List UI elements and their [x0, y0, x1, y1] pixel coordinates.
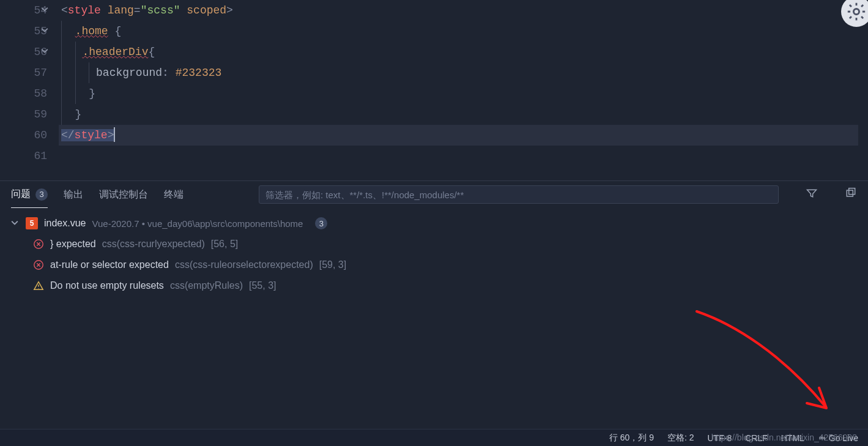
problem-location: [59, 3]	[319, 259, 346, 270]
code-editor[interactable]: 5455565758596061 <style lang="scss" scop…	[0, 0, 868, 180]
html-file-icon: 5	[26, 217, 38, 229]
problems-count-badge: 3	[35, 188, 48, 201]
code-line[interactable]: .headerDiv{	[61, 42, 856, 62]
problem-message: } expected	[50, 239, 96, 250]
svg-point-0	[853, 9, 859, 14]
problem-code: css(emptyRules)	[170, 280, 243, 291]
line-number: 59	[0, 104, 47, 125]
file-issue-count: 3	[315, 217, 327, 229]
tab-output-label: 输出	[64, 188, 83, 201]
fold-chevron-icon[interactable]	[41, 42, 48, 62]
code-line[interactable]: </style>	[61, 125, 856, 146]
svg-rect-2	[849, 188, 855, 195]
svg-point-5	[821, 437, 823, 439]
problems-filter[interactable]	[259, 185, 779, 204]
bottom-panel: 问题 3 输出 调试控制台 终端 5 index.vue Vue-2020	[0, 180, 868, 429]
code-line[interactable]: }	[61, 104, 856, 125]
collapse-all-icon[interactable]	[845, 187, 857, 202]
line-number: 61	[0, 146, 47, 166]
panel-tabs: 问题 3 输出 调试控制台 终端	[0, 181, 868, 208]
line-number: 56	[0, 42, 47, 62]
tab-debug-label: 调试控制台	[99, 188, 148, 201]
line-number: 58	[0, 83, 47, 104]
status-cursor-position[interactable]: 行 60，列 9	[609, 433, 654, 444]
problems-file-row[interactable]: 5 index.vue Vue-2020.7 • vue_day06\app\s…	[11, 213, 857, 234]
code-line[interactable]: .home {	[61, 21, 856, 42]
status-indentation[interactable]: 空格: 2	[667, 433, 694, 444]
problem-location: [55, 3]	[249, 280, 276, 291]
line-number-gutter: 5455565758596061	[0, 0, 58, 166]
code-line[interactable]: }	[61, 83, 856, 104]
code-line[interactable]	[61, 146, 856, 166]
line-number: 55	[0, 21, 47, 42]
status-eol[interactable]: CRLF	[745, 433, 768, 443]
problem-message: at-rule or selector expected	[50, 259, 169, 270]
status-bar: 行 60，列 9 空格: 2 UTF-8 CRLF HTML Go Live	[0, 429, 868, 446]
code-content[interactable]: <style lang="scss" scoped> .home { .head…	[61, 0, 856, 166]
status-encoding[interactable]: UTF-8	[708, 433, 732, 443]
problems-filter-input[interactable]	[265, 190, 772, 200]
tab-debug-console[interactable]: 调试控制台	[99, 181, 148, 208]
warning-icon	[33, 280, 44, 291]
filter-icon[interactable]	[806, 187, 818, 202]
tab-terminal[interactable]: 终端	[164, 181, 184, 208]
file-name: index.vue	[44, 218, 86, 229]
problem-item[interactable]: Do not use empty rulesetscss(emptyRules)…	[11, 275, 857, 296]
line-number: 60	[0, 125, 47, 146]
svg-rect-1	[847, 190, 853, 196]
problem-item[interactable]: at-rule or selector expectedcss(css-rule…	[11, 255, 857, 275]
chevron-down-icon[interactable]	[11, 218, 20, 228]
problem-message: Do not use empty rulesets	[50, 280, 164, 291]
status-go-live[interactable]: Go Live	[818, 433, 858, 443]
tab-output[interactable]: 输出	[64, 181, 83, 208]
problem-location: [56, 5]	[211, 239, 238, 250]
code-line[interactable]: <style lang="scss" scoped>	[61, 0, 856, 21]
status-language[interactable]: HTML	[781, 433, 804, 443]
problem-code: css(css-rcurlyexpected)	[102, 239, 205, 250]
error-icon	[33, 239, 44, 250]
error-icon	[33, 259, 44, 270]
tab-problems-label: 问题	[11, 188, 31, 201]
problems-list: 5 index.vue Vue-2020.7 • vue_day06\app\s…	[0, 208, 868, 301]
line-number: 57	[0, 62, 47, 83]
problem-item[interactable]: } expectedcss(css-rcurlyexpected)[56, 5]	[11, 234, 857, 255]
problem-code: css(css-ruleorselectorexpected)	[175, 259, 313, 270]
file-path: Vue-2020.7 • vue_day06\app\src\component…	[92, 218, 303, 229]
tab-problems[interactable]: 问题 3	[11, 181, 48, 208]
code-line[interactable]: background: #232323	[61, 62, 856, 83]
fold-chevron-icon[interactable]	[41, 0, 48, 21]
tab-terminal-label: 终端	[164, 188, 184, 201]
fold-chevron-icon[interactable]	[41, 21, 48, 42]
line-number: 54	[0, 0, 47, 21]
